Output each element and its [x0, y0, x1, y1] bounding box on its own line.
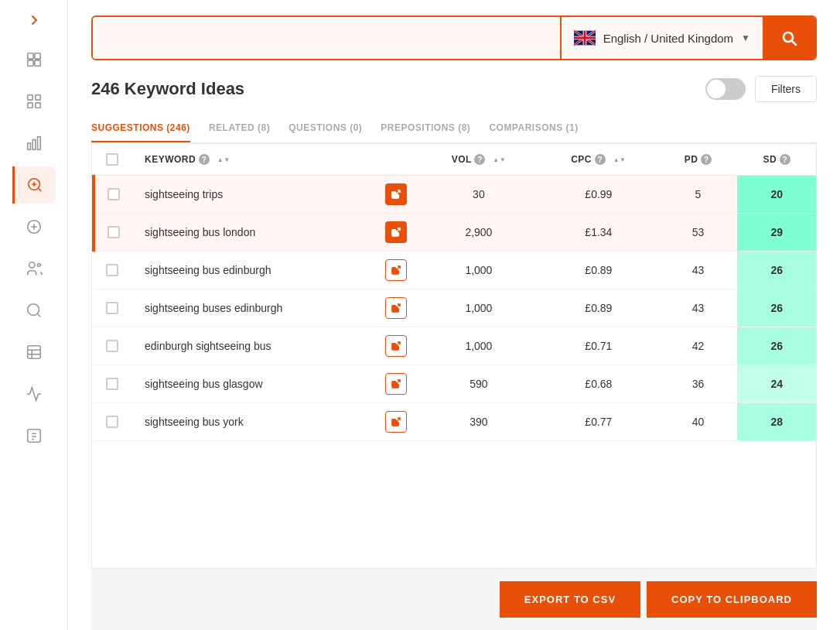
- footer-actions: EXPORT TO CSV COPY TO CLIPBOARD: [91, 569, 817, 630]
- sidebar-item-export[interactable]: [12, 334, 56, 371]
- svg-rect-7: [35, 103, 39, 108]
- row-pd-cell: 53: [659, 214, 738, 252]
- row-checkbox-cell: [94, 327, 132, 365]
- pd-help-icon[interactable]: ?: [701, 154, 712, 165]
- col-header-pd: PD ?: [659, 144, 738, 176]
- row-checkbox-cell: [94, 289, 132, 327]
- search-input-wrapper: sightseeing trips: [93, 17, 560, 59]
- copy-clipboard-button[interactable]: COPY TO CLIPBOARD: [647, 581, 817, 618]
- svg-rect-0: [27, 53, 32, 59]
- row-cpc-cell: £0.99: [538, 176, 659, 214]
- search-button[interactable]: [763, 17, 815, 59]
- row-keyword-cell: sightseeing trips: [132, 176, 419, 214]
- row-cpc-cell: £0.89: [538, 289, 659, 327]
- vol-sort[interactable]: ▲▼: [493, 156, 506, 163]
- col-header-keyword: KEYWORD ? ▲▼: [132, 144, 419, 176]
- cpc-sort[interactable]: ▲▼: [613, 156, 627, 163]
- svg-rect-22: [27, 346, 40, 359]
- language-selector[interactable]: English / United Kingdom ▼: [562, 17, 763, 59]
- svg-rect-9: [32, 139, 36, 149]
- keyword-table: KEYWORD ? ▲▼ VOL ? ▲▼ CPC ?: [92, 144, 816, 441]
- svg-point-19: [37, 264, 40, 267]
- svg-line-21: [37, 313, 40, 317]
- export-csv-button[interactable]: EXPORT TO CSV: [500, 581, 640, 618]
- row-cpc-cell: £0.68: [538, 365, 659, 403]
- cpc-help-icon[interactable]: ?: [595, 154, 606, 165]
- keyword-link-button-2[interactable]: [385, 259, 407, 281]
- content-header: 246 Keyword Ideas Filters: [91, 76, 817, 102]
- row-vol-cell: 2,900: [419, 214, 538, 252]
- sidebar-item-audit[interactable]: [12, 292, 56, 329]
- row-sd-cell: 20: [737, 176, 816, 214]
- row-sd-cell: 26: [737, 289, 816, 327]
- row-vol-cell: 1,000: [419, 289, 538, 327]
- row-vol-cell: 590: [419, 365, 538, 403]
- row-cpc-cell: £0.89: [538, 252, 659, 289]
- tab-prepositions[interactable]: PREPOSITIONS (8): [381, 115, 470, 142]
- keyword-link-button-1[interactable]: [385, 221, 407, 243]
- row-pd-cell: 5: [659, 176, 738, 214]
- tab-comparisons[interactable]: COMPARISONS (1): [489, 115, 578, 142]
- keyword-link-button-3[interactable]: [385, 297, 407, 319]
- sidebar-item-analytics[interactable]: [12, 125, 56, 162]
- main-content: sightseeing trips English / United Kingd…: [68, 0, 840, 630]
- search-icon: [780, 29, 798, 47]
- row-sd-cell: 28: [737, 403, 816, 441]
- row-pd-cell: 43: [659, 289, 738, 327]
- row-checkbox-1[interactable]: [108, 226, 120, 238]
- keyword-link-button-0[interactable]: [385, 183, 407, 205]
- chevron-down-icon: ▼: [741, 33, 750, 43]
- keyword-text: sightseeing trips: [145, 188, 379, 200]
- sidebar-item-research[interactable]: [12, 208, 56, 245]
- keyword-link-button-4[interactable]: [385, 335, 407, 357]
- select-all-checkbox[interactable]: [106, 153, 118, 166]
- row-checkbox-6[interactable]: [106, 416, 118, 428]
- keyword-help-icon[interactable]: ?: [199, 154, 210, 165]
- sidebar-item-overview[interactable]: [12, 83, 56, 120]
- row-keyword-cell: sightseeing bus london: [132, 214, 419, 252]
- toggle-switch[interactable]: [705, 78, 746, 100]
- keyword-text: sightseeing bus edinburgh: [145, 264, 379, 276]
- tab-related[interactable]: RELATED (8): [209, 115, 270, 142]
- sidebar-item-monitor[interactable]: [12, 375, 56, 413]
- sidebar-item-keywords[interactable]: [12, 166, 56, 204]
- sd-help-icon[interactable]: ?: [780, 154, 790, 165]
- sidebar-item-users[interactable]: [12, 250, 56, 287]
- svg-point-20: [27, 304, 39, 316]
- filters-button[interactable]: Filters: [755, 76, 817, 102]
- row-checkbox-4[interactable]: [106, 340, 118, 352]
- search-input[interactable]: sightseeing trips: [105, 31, 548, 45]
- col-header-vol: VOL ? ▲▼: [419, 144, 538, 176]
- toggle-knob: [707, 80, 726, 98]
- col-header-cpc: CPC ? ▲▼: [538, 144, 659, 176]
- header-controls: Filters: [705, 76, 817, 102]
- row-cpc-cell: £0.71: [538, 327, 659, 365]
- sidebar-toggle[interactable]: [0, 8, 67, 39]
- row-cpc-cell: £1.34: [538, 214, 659, 252]
- keyword-link-button-5[interactable]: [385, 373, 407, 395]
- row-checkbox-cell: [94, 214, 132, 252]
- keyword-text: sightseeing bus london: [145, 226, 379, 238]
- tab-questions[interactable]: QUESTIONS (0): [289, 115, 362, 142]
- row-checkbox-5[interactable]: [106, 378, 118, 390]
- row-sd-cell: 26: [737, 327, 816, 365]
- table-row: sightseeing buses edinburgh 1,000 £0.89 …: [94, 289, 816, 327]
- row-checkbox-0[interactable]: [108, 188, 120, 200]
- uk-flag-icon: [574, 30, 596, 46]
- table-row: edinburgh sightseeing bus 1,000 £0.71 42…: [94, 327, 816, 365]
- search-area: sightseeing trips English / United Kingd…: [68, 0, 840, 76]
- row-sd-cell: 26: [737, 252, 816, 289]
- row-checkbox-2[interactable]: [106, 264, 118, 276]
- tab-suggestions[interactable]: SUGGESTIONS (246): [91, 115, 190, 142]
- keyword-sort[interactable]: ▲▼: [217, 156, 230, 163]
- row-pd-cell: 36: [659, 365, 738, 403]
- sidebar-item-dashboard[interactable]: [12, 41, 56, 78]
- keyword-link-button-6[interactable]: [385, 411, 407, 433]
- sidebar-item-reports[interactable]: [12, 417, 56, 454]
- table-scroll[interactable]: KEYWORD ? ▲▼ VOL ? ▲▼ CPC ?: [92, 144, 816, 568]
- svg-rect-26: [27, 430, 40, 443]
- vol-help-icon[interactable]: ?: [474, 154, 485, 165]
- row-keyword-cell: sightseeing bus glasgow: [132, 365, 419, 403]
- table-row: sightseeing bus glasgow 590 £0.68 36 24: [94, 365, 816, 403]
- row-checkbox-3[interactable]: [106, 302, 118, 314]
